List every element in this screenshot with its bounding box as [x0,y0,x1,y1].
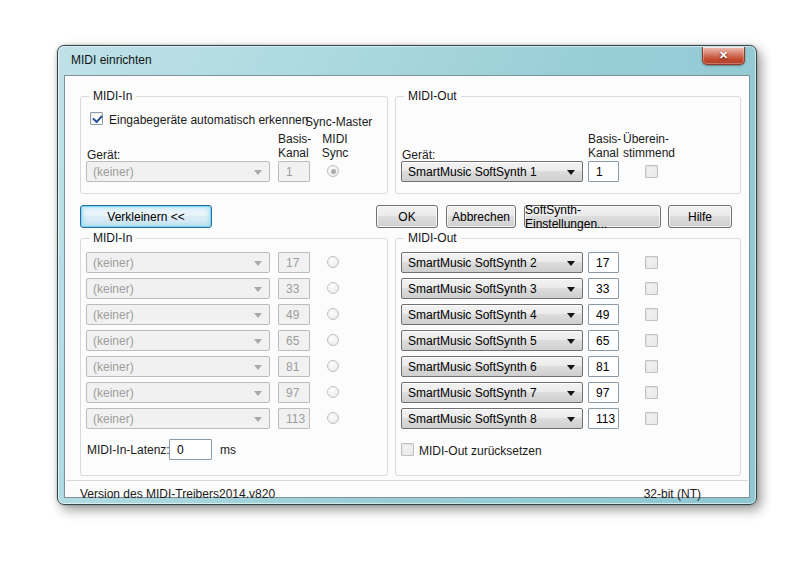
midi-in-device-select: (keiner) [86,382,270,403]
uebereinstimmend-checkbox [645,412,658,425]
midi-sync-header: MIDI Sync [311,132,359,160]
auto-detect-checkbox[interactable] [90,112,103,125]
platform-label: 32-bit (NT) [644,487,701,501]
dropdown-arrow-icon [254,417,262,422]
group-label: MIDI-In [89,89,136,104]
combo-value: (keiner) [93,386,134,400]
sync-master-label: Sync-Master [305,115,372,129]
ok-button[interactable]: OK [376,205,438,228]
combo-value: SmartMusic SoftSynth 2 [408,256,537,270]
dropdown-arrow-icon [567,287,575,292]
midi-out-device-select[interactable]: SmartMusic SoftSynth 4 [401,304,583,325]
midi-in-device-select: (keiner) [86,330,270,351]
uebereinstimmend-checkbox [645,360,658,373]
midi-out-device-select[interactable]: SmartMusic SoftSynth 6 [401,356,583,377]
device-label: Gerät: [87,148,120,162]
checkmark-icon [92,113,102,124]
uebereinstimmend-checkbox [645,308,658,321]
midi-in-device-select: (keiner) [86,356,270,377]
uebereinstimmend-checkbox [645,282,658,295]
dropdown-arrow-icon [567,261,575,266]
midi-out-reset-label: MIDI-Out zurücksetzen [419,444,542,458]
driver-version-label: Version des MIDI-Treibers: [80,487,222,501]
midi-in-channel-field: 65 [278,330,310,351]
close-icon: ✕ [719,50,728,61]
combo-value: SmartMusic SoftSynth 1 [408,165,537,179]
midi-in-channel-field: 49 [278,304,310,325]
softsynth-settings-button[interactable]: SoftSynth-Einstellungen... [524,205,661,228]
midi-sync-radio [327,165,339,177]
midi-sync-radio [327,282,339,294]
dropdown-arrow-icon [254,170,262,175]
midi-in-device-select: (keiner) [86,252,270,273]
midi-out-device-select[interactable]: SmartMusic SoftSynth 3 [401,278,583,299]
midi-sync-radio [327,334,339,346]
dialog-body: MIDI-In Eingabegeräte automatisch erkenn… [64,75,750,498]
midi-out-device-select[interactable]: SmartMusic SoftSynth 8 [401,408,583,429]
combo-value: (keiner) [93,412,134,426]
latency-unit-label: ms [220,443,236,457]
auto-detect-label: Eingabegeräte automatisch erkennen [109,113,308,127]
midi-out-channel-field[interactable]: 81 [588,356,619,377]
midi-in-device-select: (keiner) [86,408,270,429]
dropdown-arrow-icon [567,339,575,344]
combo-value: SmartMusic SoftSynth 7 [408,386,537,400]
midi-out-channel-field[interactable]: 65 [588,330,619,351]
radio-dot [331,169,336,174]
basis-kanal-header: Basis- Kanal [278,132,311,160]
combo-value: SmartMusic SoftSynth 6 [408,360,537,374]
combo-value: (keiner) [93,282,134,296]
uebereinstimmend-checkbox [645,165,658,178]
latency-field[interactable]: 0 [169,439,212,460]
titlebar[interactable]: MIDI einrichten ✕ [58,46,756,75]
midi-out-channel-field[interactable]: 97 [588,382,619,403]
midi-in-device-select: (keiner) [86,161,270,182]
combo-value: SmartMusic SoftSynth 4 [408,308,537,322]
midi-sync-radio [327,308,339,320]
uebereinstimmend-checkbox [645,386,658,399]
midi-out-channel-field[interactable]: 17 [588,252,619,273]
dropdown-arrow-icon [254,313,262,318]
latency-label: MIDI-In-Latenz: [87,443,170,457]
combo-value: (keiner) [93,334,134,348]
midi-setup-dialog: MIDI einrichten ✕ MIDI-In Eingabegeräte … [57,45,757,505]
shrink-button[interactable]: Verkleinern << [80,205,212,228]
device-label: Gerät: [402,148,435,162]
dropdown-arrow-icon [567,365,575,370]
uebereinstimmend-header: Überein- stimmend [623,132,675,160]
midi-out-channel-field[interactable]: 113 [588,408,619,429]
midi-out-channel-field[interactable]: 49 [588,304,619,325]
midi-out-channel-field[interactable]: 33 [588,278,619,299]
help-button[interactable]: Hilfe [668,205,732,228]
dropdown-arrow-icon [254,339,262,344]
uebereinstimmend-checkbox [645,256,658,269]
midi-in-channel-field: 113 [278,408,310,429]
midi-in-channel-field: 81 [278,356,310,377]
combo-value: (keiner) [93,165,134,179]
dropdown-arrow-icon [567,391,575,396]
cancel-button[interactable]: Abbrechen [446,205,516,228]
midi-in-device-select: (keiner) [86,278,270,299]
group-label: MIDI-Out [404,89,461,104]
group-label: MIDI-Out [404,231,461,246]
midi-out-device-select[interactable]: SmartMusic SoftSynth 5 [401,330,583,351]
midi-in-channel-field: 33 [278,278,310,299]
driver-version-value: 2014.v820 [219,487,275,501]
dropdown-arrow-icon [254,365,262,370]
window-title: MIDI einrichten [71,46,152,74]
combo-value: (keiner) [93,308,134,322]
combo-value: (keiner) [93,360,134,374]
midi-out-base-channel-field[interactable]: 1 [588,161,619,182]
midi-out-device-select[interactable]: SmartMusic SoftSynth 7 [401,382,583,403]
combo-value: (keiner) [93,256,134,270]
midi-in-channel-field: 97 [278,382,310,403]
midi-out-device-select[interactable]: SmartMusic SoftSynth 1 [401,161,583,182]
dropdown-arrow-icon [254,261,262,266]
dropdown-arrow-icon [567,170,575,175]
midi-out-device-select[interactable]: SmartMusic SoftSynth 2 [401,252,583,273]
combo-value: SmartMusic SoftSynth 8 [408,412,537,426]
close-button[interactable]: ✕ [702,47,745,65]
basis-kanal-header: Basis- Kanal [588,132,621,160]
midi-out-reset-checkbox [401,443,414,456]
combo-value: SmartMusic SoftSynth 5 [408,334,537,348]
